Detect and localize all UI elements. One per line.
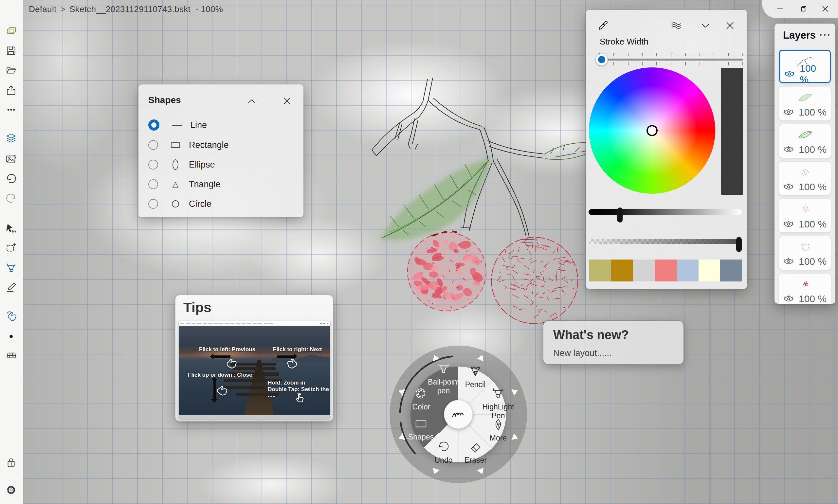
layer-thumbnail	[779, 164, 831, 181]
color-wheel-cursor[interactable]	[646, 125, 658, 136]
collapse-icon[interactable]	[244, 94, 260, 109]
tip-dots: .....	[268, 392, 275, 399]
layer-card[interactable]: 100 %	[779, 50, 831, 83]
radial-tool-menu: Pencil HighLight Pen More Eraser Undo Ba…	[390, 346, 527, 483]
visibility-eye-icon[interactable]	[783, 146, 794, 154]
shapes-panel: Shapes Line Rectangle Ellipse △ Triangle…	[139, 85, 303, 217]
layer-card[interactable]: 100 %	[779, 236, 831, 270]
color-panel: Stroke Width	[586, 10, 747, 289]
export-icon[interactable]	[4, 84, 18, 97]
store-bag-icon[interactable]	[4, 456, 18, 470]
document-title: Sketch__20231129110743.bskt	[69, 4, 191, 14]
visibility-eye-icon[interactable]	[784, 70, 795, 78]
visibility-eye-icon[interactable]	[783, 108, 794, 116]
layer-opacity: 100 %	[799, 219, 826, 230]
zoom-level: - 100%	[195, 4, 223, 14]
layers-panel: Layers 100 %100 %100 %100 %100 %100 %100…	[774, 23, 835, 304]
layer-card[interactable]: 100 %	[779, 274, 831, 304]
save-icon[interactable]	[4, 44, 18, 57]
highlighter-icon[interactable]	[4, 261, 18, 274]
insert-image-icon[interactable]	[4, 152, 18, 165]
whats-new-title: What's new?	[553, 328, 629, 342]
shape-option-rectangle[interactable]: Rectangle	[148, 137, 292, 154]
tips-title: Tips	[183, 300, 212, 316]
tips-panel: Tips Flick to left: Previous Flick to ri…	[175, 295, 333, 421]
lychee-left	[407, 232, 487, 311]
layer-thumbnail	[779, 89, 831, 106]
circle-glyph-icon	[168, 200, 183, 208]
stroke-style-icon[interactable]	[669, 19, 683, 32]
shape-option-triangle[interactable]: △ Triangle	[148, 176, 292, 193]
pencil-icon[interactable]	[4, 281, 18, 294]
more-icon[interactable]	[4, 103, 18, 116]
layers-more-icon[interactable]	[820, 34, 830, 36]
brightness-thumb[interactable]	[617, 208, 623, 222]
layer-opacity: 100 %	[799, 293, 826, 304]
radial-item-undo[interactable]: Undo	[421, 440, 466, 465]
shape-option-ellipse[interactable]: Ellipse	[148, 156, 292, 173]
touch-gesture-icon[interactable]	[4, 309, 18, 322]
layers-icon[interactable]	[4, 132, 18, 145]
swatch[interactable]	[611, 259, 633, 282]
flick-hand-icon	[286, 357, 299, 372]
brightness-slider[interactable]	[589, 209, 742, 215]
breadcrumb: Default>Sketch__20231129110743.bskt - 10…	[29, 4, 223, 14]
whats-new-toast[interactable]: What's new? New layout......	[543, 320, 684, 365]
stroke-width-slider[interactable]	[599, 58, 743, 60]
swatch[interactable]	[698, 259, 720, 282]
radio[interactable]	[148, 140, 158, 150]
shape-option-circle[interactable]: Circle	[148, 195, 292, 212]
grid-icon[interactable]	[4, 349, 18, 362]
select-add-icon[interactable]	[4, 241, 18, 255]
color-swatches	[589, 259, 742, 282]
undo-icon[interactable]	[4, 172, 18, 185]
opacity-thumb[interactable]	[736, 237, 742, 252]
swatch[interactable]	[589, 259, 611, 282]
radio-selected[interactable]	[148, 120, 159, 130]
layer-opacity: 100 %	[799, 256, 826, 267]
layer-card[interactable]: 100 %	[779, 199, 831, 232]
layer-thumbnail	[779, 201, 831, 218]
settings-icon[interactable]	[4, 483, 18, 497]
visibility-eye-icon[interactable]	[783, 183, 794, 191]
dot-icon[interactable]	[4, 330, 18, 343]
breadcrumb-root[interactable]: Default	[29, 4, 56, 14]
close-icon[interactable]	[279, 94, 295, 108]
layer-card[interactable]: 100 %	[779, 162, 831, 195]
layer-thumbnail	[779, 275, 831, 292]
close-icon[interactable]	[723, 19, 737, 32]
tip-double-tap: Double Tap: Switch the view size	[268, 386, 330, 393]
whats-new-body: New layout......	[553, 348, 612, 358]
shape-option-line[interactable]: Line	[148, 116, 292, 133]
layer-card[interactable]: 100 %	[779, 124, 831, 158]
swatch[interactable]	[677, 259, 698, 282]
chevron-down-icon[interactable]	[698, 19, 713, 32]
opacity-slider[interactable]	[589, 239, 742, 244]
radial-center-handle[interactable]	[444, 400, 473, 429]
rectangle-glyph-icon	[168, 142, 183, 148]
radial-item-color[interactable]: Color	[398, 387, 444, 411]
radio[interactable]	[148, 179, 158, 189]
layer-thumbnail	[779, 126, 831, 143]
swatch[interactable]	[655, 259, 677, 282]
mini-taskbar	[179, 415, 330, 419]
visibility-eye-icon[interactable]	[783, 220, 794, 228]
visibility-eye-icon[interactable]	[783, 257, 794, 266]
stroke-width-thumb[interactable]	[596, 54, 608, 66]
radio[interactable]	[148, 199, 158, 209]
radio[interactable]	[148, 160, 158, 169]
layer-card[interactable]: 100 %	[779, 87, 831, 121]
line-glyph-icon	[169, 125, 184, 126]
visibility-eye-icon[interactable]	[783, 295, 794, 303]
pointer-settings-icon[interactable]	[4, 222, 18, 235]
open-folder-icon[interactable]	[4, 64, 18, 77]
redo-icon[interactable]	[4, 192, 18, 204]
eyedropper-icon[interactable]	[596, 19, 610, 32]
tip-flick-left: Flick to left: Previous	[199, 346, 255, 353]
pages-icon[interactable]	[4, 24, 18, 38]
color-value-bar[interactable]	[721, 68, 743, 195]
radial-item-shapes[interactable]: Shapes	[398, 417, 444, 442]
swatch[interactable]	[633, 259, 655, 282]
flick-hand-icon	[215, 384, 229, 399]
swatch[interactable]	[720, 259, 742, 282]
